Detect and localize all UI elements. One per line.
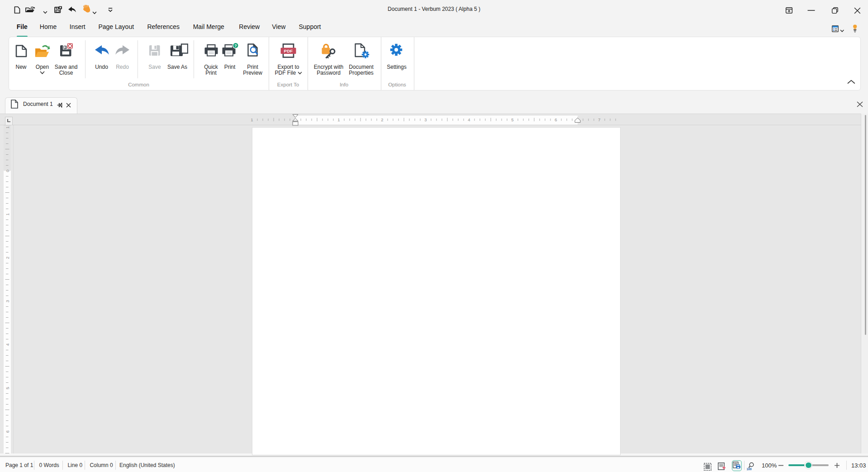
svg-text:?: ? [234,43,237,48]
svg-text:2: 2 [381,117,383,122]
svg-text:1: 1 [251,117,253,122]
svg-text:4: 4 [468,117,470,122]
svg-text:3: 3 [5,300,10,302]
svg-text:1: 1 [5,126,10,129]
svg-text:3: 3 [424,117,427,122]
svg-text:7: 7 [598,117,600,122]
svg-text:5: 5 [5,387,10,389]
svg-text:1: 1 [5,213,10,215]
svg-text:6: 6 [5,430,10,433]
svg-text:1: 1 [337,117,340,122]
svg-text:4: 4 [5,343,10,346]
svg-text:100: 100 [747,467,752,471]
svg-text:PDF: PDF [284,48,293,53]
svg-text:5: 5 [511,117,513,122]
svg-text:0: 0 [5,170,10,172]
svg-text:6: 6 [555,117,557,122]
svg-text:2: 2 [5,257,10,259]
